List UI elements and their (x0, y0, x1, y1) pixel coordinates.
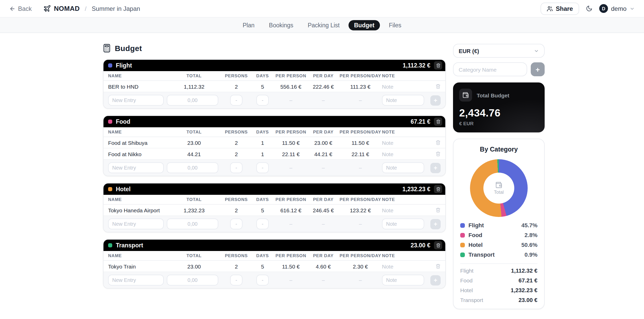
new-entry-note-input[interactable] (382, 162, 424, 173)
delete-entry-button[interactable] (427, 151, 441, 157)
legend-label: Transport (468, 251, 494, 258)
column-header: PERSONS (221, 73, 251, 78)
legend-percent: 2.8% (525, 232, 537, 238)
new-entry-days-input[interactable] (256, 275, 269, 286)
brand[interactable]: NOMAD (43, 5, 80, 12)
cell-total: 23.00 (167, 139, 221, 146)
delete-entry-button[interactable] (427, 263, 441, 269)
budget-sidebar: EUR (€) + Total Budget 2,434.76 € EUR By… (453, 33, 545, 309)
new-entry-name-input[interactable] (108, 95, 164, 106)
dark-mode-toggle[interactable] (586, 5, 593, 12)
tab-files[interactable]: Files (383, 20, 407, 30)
delete-entry-button[interactable] (427, 140, 441, 145)
new-entry-name-input[interactable] (108, 275, 164, 286)
per-day-placeholder: – (308, 221, 339, 227)
back-button[interactable]: Back (9, 5, 32, 12)
column-header: TOTAL (167, 197, 221, 202)
new-entry-total-input[interactable] (167, 275, 218, 286)
legend-color-dot (460, 223, 465, 228)
new-entry-total-input[interactable] (167, 219, 218, 229)
entry-rows: BER to HND 1,112.32 2 5 556.16 € 222.46 … (103, 81, 445, 92)
new-entry-days-input[interactable] (256, 162, 269, 173)
arrow-left-icon (9, 5, 15, 12)
new-entry-total-input[interactable] (167, 95, 218, 106)
new-entry-total-input[interactable] (167, 162, 218, 173)
cell-days: 5 (251, 83, 274, 89)
column-header: PER PERSON (274, 197, 308, 202)
tab-budget[interactable]: Budget (348, 20, 380, 30)
cell-per-person: 11.50 € (274, 263, 308, 269)
add-entry-button[interactable]: + (430, 163, 441, 173)
cell-persons: 2 (221, 207, 251, 213)
category-total-row: Hotel1,232.23 € (460, 287, 537, 293)
add-category-button[interactable]: + (531, 62, 545, 76)
cell-note[interactable]: Note (382, 207, 427, 213)
cell-per-day: 246.45 € (308, 207, 339, 213)
entry-row: BER to HND 1,112.32 2 5 556.16 € 222.46 … (103, 81, 445, 92)
entry-row: Food at Shibuya 23.00 2 1 11.50 € 23.00 … (103, 137, 445, 148)
column-header-row: NAMETOTALPERSONSDAYSPER PERSONPER DAYPER… (103, 127, 445, 137)
add-entry-button[interactable]: + (430, 219, 441, 229)
trash-icon (436, 119, 440, 124)
cell-note[interactable]: Note (382, 151, 427, 157)
new-entry-note-input[interactable] (382, 275, 424, 286)
category-total: 1,232.23 € (402, 186, 430, 192)
new-entry-persons-input[interactable] (230, 219, 242, 229)
new-entry-persons-input[interactable] (230, 275, 242, 286)
trash-icon (436, 263, 441, 269)
by-category-card: By Category Total Flight45.7%Food2.8%Hot… (453, 139, 545, 309)
total-row-label: Flight (460, 267, 473, 274)
delete-category-button[interactable] (434, 185, 442, 193)
new-entry-note-input[interactable] (382, 219, 424, 229)
new-entry-persons-input[interactable] (230, 162, 242, 173)
cell-name: BER to HND (108, 83, 167, 89)
total-row-value: 1,112.32 € (511, 267, 537, 274)
legend-percent: 45.7% (521, 222, 537, 228)
legend-label: Food (468, 232, 482, 238)
delete-category-button[interactable] (434, 61, 442, 70)
column-header: PER DAY (308, 253, 339, 258)
new-entry-name-input[interactable] (108, 219, 164, 229)
new-entry-name-input[interactable] (108, 162, 164, 173)
delete-category-button[interactable] (434, 117, 442, 126)
tab-packing-list[interactable]: Packing List (302, 20, 345, 30)
trash-icon (436, 187, 440, 192)
cell-note[interactable]: Note (382, 139, 427, 146)
category-donut-chart: Total (470, 159, 528, 217)
legend-percent: 0.9% (525, 251, 537, 258)
donut-center-label: Total (494, 190, 504, 195)
column-header: PER PERSON (274, 253, 308, 258)
user-menu[interactable]: D demo (599, 4, 635, 13)
total-row-label: Transport (460, 297, 483, 303)
cell-per-person-day: 22.11 € (339, 151, 382, 157)
cell-persons: 2 (221, 83, 251, 89)
chart-title: By Category (460, 146, 537, 153)
category-card: Food 67.21 € NAMETOTALPERSONSDAYSPER PER… (103, 115, 446, 176)
new-entry-days-input[interactable] (256, 219, 269, 229)
delete-entry-button[interactable] (427, 207, 441, 213)
app-root: Back NOMAD / Summer in Japan Share D dem… (0, 0, 644, 319)
tab-plan[interactable]: Plan (237, 20, 260, 30)
trash-icon (436, 63, 440, 68)
cell-note[interactable]: Note (382, 83, 427, 89)
add-entry-button[interactable]: + (430, 95, 441, 105)
column-header: DAYS (251, 129, 274, 135)
cell-note[interactable]: Note (382, 263, 427, 269)
delete-category-button[interactable] (434, 241, 442, 249)
category-name-input[interactable] (453, 62, 527, 76)
column-header: NOTE (382, 73, 427, 78)
new-entry-days-input[interactable] (256, 95, 269, 106)
legend-item: Food2.8% (460, 232, 537, 238)
add-entry-button[interactable]: + (430, 275, 441, 285)
tab-bookings[interactable]: Bookings (263, 20, 299, 30)
share-button[interactable]: Share (540, 2, 579, 15)
delete-entry-button[interactable] (427, 83, 441, 89)
new-entry-persons-input[interactable] (230, 95, 242, 106)
wallet-icon (495, 181, 502, 189)
new-entry-note-input[interactable] (382, 95, 424, 106)
donut-center: Total (483, 173, 514, 204)
cell-days: 5 (251, 207, 274, 213)
column-header: NAME (108, 73, 167, 78)
currency-select[interactable]: EUR (€) (453, 44, 545, 58)
total-row-value: 67.21 € (519, 277, 537, 283)
